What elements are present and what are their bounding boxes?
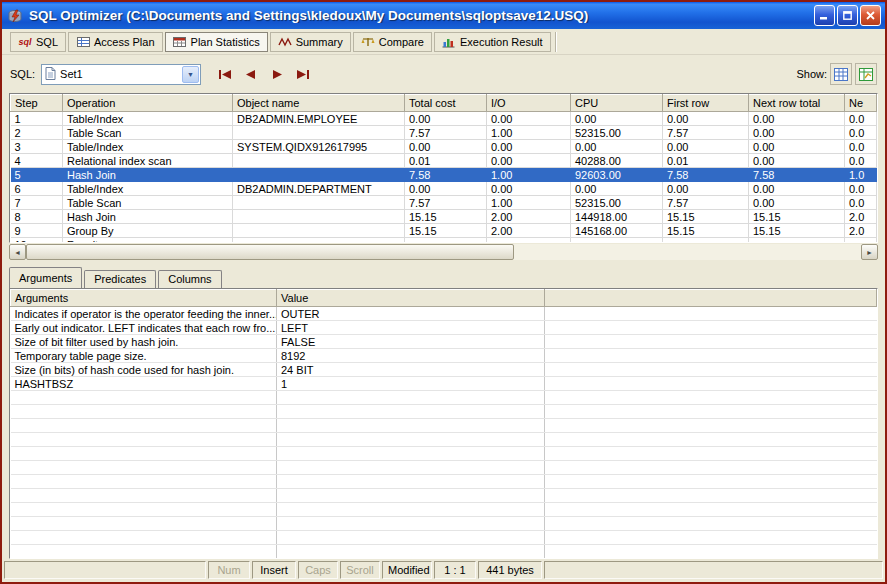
show-grid-button[interactable]: [830, 63, 852, 85]
cell: LEFT: [277, 321, 545, 335]
table-row[interactable]: HASHTBSZ1: [11, 377, 877, 391]
cell: 0.00: [571, 140, 663, 154]
toolbar: SQL: Set1 ▼ Show:: [2, 55, 885, 93]
access-plan-icon: [76, 36, 90, 48]
column-header[interactable]: Value: [277, 290, 545, 307]
cell: SYSTEM.QIDX912617995: [233, 140, 405, 154]
cell: [11, 531, 277, 545]
table-row[interactable]: Size (in bits) of hash code used for has…: [11, 363, 877, 377]
horizontal-scrollbar[interactable]: ◄ ►: [9, 244, 878, 260]
plan-statistics-icon: [173, 36, 187, 48]
cell: 0.0: [845, 196, 877, 210]
cell: 0.00: [749, 196, 845, 210]
empty-row: [11, 475, 877, 489]
cell: [277, 419, 545, 433]
table-row[interactable]: 2Table Scan7.571.0052315.007.570.000.0: [11, 126, 877, 140]
cell: 0.00: [487, 140, 571, 154]
cell: 0.0: [845, 182, 877, 196]
cell: 3: [11, 140, 63, 154]
column-header[interactable]: [545, 290, 877, 307]
cell: [277, 447, 545, 461]
column-header[interactable]: CPU: [571, 95, 663, 112]
sql-set-value: Set1: [60, 68, 177, 80]
app-icon: [6, 7, 24, 25]
tab-compare[interactable]: Compare: [353, 32, 432, 52]
table-row[interactable]: 6Table/IndexDB2ADMIN.DEPARTMENT0.000.000…: [11, 182, 877, 196]
column-header[interactable]: Next row total: [749, 95, 845, 112]
close-button[interactable]: [860, 5, 881, 26]
column-header[interactable]: I/O: [487, 95, 571, 112]
table-row[interactable]: 7Table Scan7.571.0052315.007.570.000.0: [11, 196, 877, 210]
scroll-right-icon[interactable]: ►: [861, 244, 878, 260]
table-row[interactable]: Early out indicator. LEFT indicates that…: [11, 321, 877, 335]
title-bar[interactable]: SQL Optimizer (C:\Documents and Settings…: [2, 2, 885, 29]
cell: [545, 545, 877, 559]
table-row[interactable]: 1Table/IndexDB2ADMIN.EMPLOYEE0.000.000.0…: [11, 112, 877, 126]
cell: OUTER: [277, 307, 545, 321]
last-record-button[interactable]: [291, 63, 315, 85]
column-header[interactable]: Ne: [845, 95, 877, 112]
table-row[interactable]: Temporary table page size.8192: [11, 349, 877, 363]
table-row[interactable]: 8Hash Join15.152.00144918.0015.1515.152.…: [11, 210, 877, 224]
column-header[interactable]: Step: [11, 95, 63, 112]
cell: 40288.00: [571, 154, 663, 168]
tab-label: Access Plan: [94, 36, 155, 48]
empty-row: [11, 517, 877, 531]
empty-row: [11, 419, 877, 433]
dropdown-arrow-icon[interactable]: ▼: [182, 66, 199, 83]
column-header[interactable]: Object name: [233, 95, 405, 112]
tab-predicates[interactable]: Predicates: [84, 270, 156, 288]
cell: Result: [63, 238, 233, 244]
minimize-button[interactable]: [814, 5, 835, 26]
table-row[interactable]: 4Relational index scan0.010.0040288.000.…: [11, 154, 877, 168]
cell: 0.00: [405, 140, 487, 154]
sql-set-dropdown[interactable]: Set1 ▼: [41, 64, 201, 85]
table-row[interactable]: Size of bit filter used by hash join.FAL…: [11, 335, 877, 349]
tab-label: Execution Result: [460, 36, 543, 48]
table-row[interactable]: 3Table/IndexSYSTEM.QIDX9126179950.000.00…: [11, 140, 877, 154]
table-row[interactable]: Indicates if operator is the operator fe…: [11, 307, 877, 321]
cell: 0.00: [663, 140, 749, 154]
tab-columns[interactable]: Columns: [158, 270, 221, 288]
cell: [545, 503, 877, 517]
scroll-left-icon[interactable]: ◄: [9, 244, 26, 260]
tab-plan-statistics[interactable]: Plan Statistics: [165, 32, 268, 52]
cell: [277, 489, 545, 503]
cell: [277, 405, 545, 419]
cell: [749, 238, 845, 244]
tab-access-plan[interactable]: Access Plan: [68, 32, 163, 52]
scrollbar-track[interactable]: [514, 244, 861, 260]
tab-arguments[interactable]: Arguments: [9, 267, 82, 288]
cell: [545, 335, 877, 349]
cell: 2.0: [845, 210, 877, 224]
tab-execution-result[interactable]: Execution Result: [434, 32, 551, 52]
tab-summary[interactable]: Summary: [270, 32, 351, 52]
cell: 4: [11, 154, 63, 168]
cell: [11, 475, 277, 489]
column-header[interactable]: First row: [663, 95, 749, 112]
scrollbar-thumb[interactable]: [26, 244, 514, 260]
cell: [545, 321, 877, 335]
first-record-button[interactable]: [213, 63, 237, 85]
cell: 15.15: [405, 224, 487, 238]
cell: [545, 377, 877, 391]
table-row[interactable]: 10Result: [11, 238, 877, 244]
cell: [11, 405, 277, 419]
column-header[interactable]: Operation: [63, 95, 233, 112]
cell: [545, 489, 877, 503]
status-message-pane: [4, 561, 206, 579]
tab-sql[interactable]: sql SQL: [10, 32, 66, 52]
table-row[interactable]: 9Group By15.152.00145168.0015.1515.152.0: [11, 224, 877, 238]
column-header[interactable]: Total cost: [405, 95, 487, 112]
previous-record-button[interactable]: [239, 63, 263, 85]
column-header[interactable]: Arguments: [11, 290, 277, 307]
cell: [233, 196, 405, 210]
show-options: Show:: [796, 63, 877, 85]
show-chart-button[interactable]: [855, 63, 877, 85]
next-record-button[interactable]: [265, 63, 289, 85]
status-byte-count: 441 bytes: [478, 561, 542, 579]
cell: Table Scan: [63, 196, 233, 210]
cell: Early out indicator. LEFT indicates that…: [11, 321, 277, 335]
maximize-button[interactable]: [837, 5, 858, 26]
table-row[interactable]: 5Hash Join7.581.0092603.007.587.581.0: [11, 168, 877, 182]
